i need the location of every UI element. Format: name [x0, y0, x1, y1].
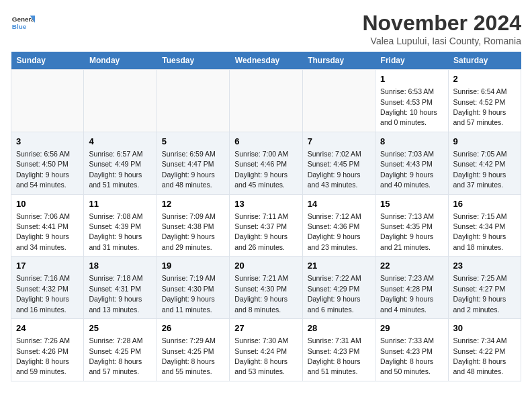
- day-info: Sunset: 4:30 PM: [234, 285, 287, 293]
- day-number: 24: [16, 322, 79, 334]
- day-number: 23: [453, 260, 516, 272]
- day-info: Daylight: 9 hours and 40 minutes.: [380, 171, 433, 189]
- header-monday: Monday: [84, 52, 157, 70]
- week-row-2: 3Sunrise: 6:56 AMSunset: 4:50 PMDaylight…: [11, 132, 521, 194]
- day-info: Daylight: 9 hours and 23 minutes.: [308, 232, 361, 250]
- calendar-cell: [302, 70, 375, 132]
- day-info: Sunrise: 6:59 AM: [162, 150, 216, 158]
- day-info: Sunrise: 7:28 AM: [89, 336, 142, 345]
- header-friday: Friday: [375, 52, 448, 70]
- day-info: Daylight: 8 hours and 55 minutes.: [162, 357, 215, 375]
- day-number: 3: [16, 136, 79, 148]
- calendar-cell: 25Sunrise: 7:28 AMSunset: 4:25 PMDayligh…: [84, 319, 157, 381]
- calendar-cell: 9Sunrise: 7:05 AMSunset: 4:42 PMDaylight…: [448, 132, 521, 194]
- calendar-cell: 11Sunrise: 7:08 AMSunset: 4:39 PMDayligh…: [84, 194, 157, 257]
- day-info: Sunset: 4:53 PM: [380, 98, 433, 106]
- app-logo: General Blue: [11, 11, 35, 35]
- day-info: Sunrise: 7:26 AM: [16, 336, 70, 345]
- day-info: Sunset: 4:23 PM: [380, 347, 433, 355]
- day-info: Sunrise: 6:57 AM: [89, 150, 142, 158]
- day-info: Sunset: 4:42 PM: [453, 160, 506, 168]
- calendar-cell: 16Sunrise: 7:15 AMSunset: 4:34 PMDayligh…: [448, 194, 521, 257]
- day-info: Sunset: 4:38 PM: [162, 222, 214, 230]
- day-info: Daylight: 9 hours and 29 minutes.: [162, 232, 215, 250]
- svg-text:Blue: Blue: [12, 23, 27, 30]
- calendar-cell: 5Sunrise: 6:59 AMSunset: 4:47 PMDaylight…: [157, 132, 229, 194]
- day-info: Daylight: 9 hours and 13 minutes.: [89, 295, 142, 313]
- day-number: 16: [453, 198, 516, 210]
- header-sunday: Sunday: [11, 52, 84, 70]
- calendar-cell: 22Sunrise: 7:23 AMSunset: 4:28 PMDayligh…: [375, 257, 448, 319]
- calendar-cell: [157, 70, 229, 132]
- calendar-cell: [11, 70, 84, 132]
- calendar-table: SundayMondayTuesdayWednesdayThursdayFrid…: [11, 52, 521, 381]
- day-info: Sunset: 4:46 PM: [234, 160, 287, 168]
- day-info: Daylight: 9 hours and 48 minutes.: [162, 171, 215, 189]
- day-info: Daylight: 9 hours and 18 minutes.: [453, 232, 506, 250]
- day-number: 27: [234, 322, 297, 334]
- day-info: Sunset: 4:31 PM: [89, 285, 141, 293]
- day-info: Daylight: 8 hours and 51 minutes.: [308, 357, 361, 375]
- calendar-body: 1Sunrise: 6:53 AMSunset: 4:53 PMDaylight…: [11, 70, 521, 381]
- day-info: Sunset: 4:29 PM: [308, 285, 360, 293]
- day-number: 22: [380, 260, 443, 272]
- header-wednesday: Wednesday: [230, 52, 302, 70]
- day-info: Sunset: 4:25 PM: [89, 347, 141, 355]
- calendar-cell: 7Sunrise: 7:02 AMSunset: 4:45 PMDaylight…: [302, 132, 375, 194]
- day-info: Sunset: 4:27 PM: [453, 285, 506, 293]
- week-row-3: 10Sunrise: 7:06 AMSunset: 4:41 PMDayligh…: [11, 194, 521, 257]
- day-info: Sunrise: 7:22 AM: [308, 274, 361, 282]
- day-info: Sunrise: 7:23 AM: [380, 274, 434, 282]
- day-info: Daylight: 9 hours and 21 minutes.: [380, 232, 433, 250]
- calendar-cell: 30Sunrise: 7:34 AMSunset: 4:22 PMDayligh…: [448, 319, 521, 381]
- calendar-cell: 28Sunrise: 7:31 AMSunset: 4:23 PMDayligh…: [302, 319, 375, 381]
- day-info: Sunset: 4:30 PM: [162, 285, 214, 293]
- day-info: Sunset: 4:45 PM: [308, 160, 360, 168]
- calendar-cell: 19Sunrise: 7:19 AMSunset: 4:30 PMDayligh…: [157, 257, 229, 319]
- day-info: Daylight: 9 hours and 45 minutes.: [234, 171, 287, 189]
- day-number: 21: [308, 260, 370, 272]
- day-info: Sunset: 4:22 PM: [453, 347, 506, 355]
- day-info: Sunset: 4:24 PM: [234, 347, 287, 355]
- calendar-cell: 4Sunrise: 6:57 AMSunset: 4:49 PMDaylight…: [84, 132, 157, 194]
- day-info: Sunrise: 7:18 AM: [89, 274, 142, 282]
- day-info: Sunrise: 7:33 AM: [380, 336, 434, 345]
- day-info: Daylight: 9 hours and 4 minutes.: [380, 295, 433, 313]
- calendar-cell: 12Sunrise: 7:09 AMSunset: 4:38 PMDayligh…: [157, 194, 229, 257]
- calendar-cell: 3Sunrise: 6:56 AMSunset: 4:50 PMDaylight…: [11, 132, 84, 194]
- calendar-cell: 18Sunrise: 7:18 AMSunset: 4:31 PMDayligh…: [84, 257, 157, 319]
- day-info: Sunset: 4:34 PM: [453, 222, 506, 230]
- day-info: Sunset: 4:52 PM: [453, 98, 506, 106]
- logo-icon: General Blue: [11, 11, 35, 35]
- calendar-cell: 20Sunrise: 7:21 AMSunset: 4:30 PMDayligh…: [230, 257, 302, 319]
- day-info: Daylight: 9 hours and 2 minutes.: [453, 295, 506, 313]
- day-info: Sunset: 4:39 PM: [89, 222, 141, 230]
- day-number: 15: [380, 198, 443, 210]
- day-info: Daylight: 9 hours and 11 minutes.: [162, 295, 215, 313]
- day-info: Daylight: 9 hours and 31 minutes.: [89, 232, 142, 250]
- day-info: Daylight: 8 hours and 48 minutes.: [453, 357, 506, 375]
- calendar-cell: 1Sunrise: 6:53 AMSunset: 4:53 PMDaylight…: [375, 70, 448, 132]
- calendar-cell: 27Sunrise: 7:30 AMSunset: 4:24 PMDayligh…: [230, 319, 302, 381]
- day-info: Sunrise: 7:25 AM: [453, 274, 507, 282]
- day-info: Sunset: 4:41 PM: [16, 222, 69, 230]
- day-number: 13: [234, 198, 297, 210]
- day-info: Daylight: 10 hours and 0 minutes.: [380, 108, 437, 126]
- day-info: Sunset: 4:37 PM: [234, 222, 287, 230]
- calendar-cell: 26Sunrise: 7:29 AMSunset: 4:25 PMDayligh…: [157, 319, 229, 381]
- day-number: 7: [308, 136, 370, 148]
- day-number: 28: [308, 322, 370, 334]
- day-info: Daylight: 8 hours and 59 minutes.: [16, 357, 69, 375]
- day-info: Sunset: 4:47 PM: [162, 160, 214, 168]
- day-info: Daylight: 8 hours and 53 minutes.: [234, 357, 287, 375]
- calendar-title: November 2024: [362, 11, 521, 36]
- day-info: Sunrise: 6:54 AM: [453, 87, 507, 95]
- day-info: Sunrise: 7:29 AM: [162, 336, 216, 345]
- day-number: 2: [453, 73, 516, 85]
- calendar-cell: 6Sunrise: 7:00 AMSunset: 4:46 PMDaylight…: [230, 132, 302, 194]
- calendar-title-block: November 2024 Valea Lupului, Iasi County…: [362, 11, 521, 46]
- day-number: 10: [16, 198, 79, 210]
- week-row-1: 1Sunrise: 6:53 AMSunset: 4:53 PMDaylight…: [11, 70, 521, 132]
- calendar-cell: 14Sunrise: 7:12 AMSunset: 4:36 PMDayligh…: [302, 194, 375, 257]
- day-info: Daylight: 9 hours and 6 minutes.: [308, 295, 361, 313]
